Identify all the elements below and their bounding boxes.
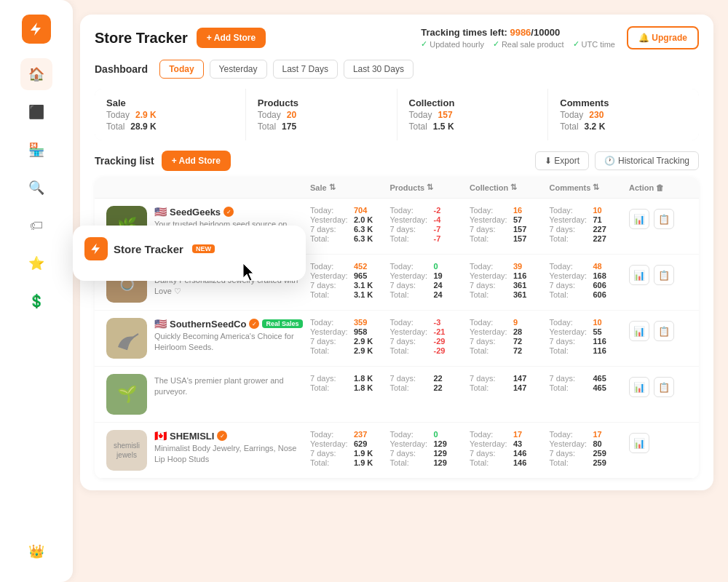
tab-last7days[interactable]: Last 7 Days (273, 60, 338, 79)
stat-collection: Collection Today 157 Total 1.5 K (397, 89, 548, 140)
table-row: shemisli jewels 🇨🇦 SHEMISLI ✓ Minimalist… (95, 423, 699, 479)
store-desc: Quickly Becoming America's Choice for He… (154, 331, 300, 354)
th-collection: Collection ⇅ (470, 183, 550, 192)
stat-collection-total: Total 1.5 K (409, 121, 537, 132)
store-details: The USA's premier plant grower and purve… (154, 374, 310, 398)
store-name-row: 🇺🇸 SouthernSeedCo ✓ Real Sales (154, 318, 310, 330)
chart-button[interactable]: 📊 (629, 321, 649, 341)
tracker-right: Tracking times left: 9986/10000 ✓ Update… (421, 26, 699, 49)
dashboard-label: Dashboard (95, 63, 148, 75)
tracking-list-header: Tracking list + Add Store ⬇ Export 🕐 His… (95, 151, 699, 171)
sort-icon: ⇅ (329, 183, 336, 192)
store-name: SouthernSeedCo (170, 319, 246, 330)
th-store (106, 183, 310, 192)
sidebar-item-tag[interactable]: 🏷 (20, 210, 52, 242)
store-info-plant: 🌱 The USA's premier plant grower and pur… (106, 374, 310, 415)
action-col: 📊 📋 (629, 318, 687, 341)
collection-col: 7 days:147 Total:147 (470, 374, 550, 392)
tracking-sub: ✓ Updated hourly ✓ Real sale product ✓ U… (421, 39, 615, 49)
sale-col: Today:452 Yesterday:965 7 days:3.1 K Tot… (310, 262, 390, 299)
tracking-info: Tracking times left: 9986/10000 ✓ Update… (421, 27, 615, 49)
tab-last30days[interactable]: Last 30 Days (344, 60, 414, 79)
table-header: Sale ⇅ Products ⇅ Collection ⇅ Comments … (95, 177, 699, 199)
table-row: 🌱 The USA's premier plant grower and pur… (95, 367, 699, 423)
store-info-southern: 🇺🇸 SouthernSeedCo ✓ Real Sales Quickly B… (106, 318, 310, 359)
store-desc: The USA's premier plant grower and purve… (154, 375, 300, 398)
verified-badge: ✓ (217, 431, 227, 441)
store-flag: 🇺🇸 (154, 206, 167, 218)
tracking-count: 9986 (510, 27, 531, 38)
th-action: Action 🗑 (629, 183, 687, 192)
collection-col: Today:39 Yesterday:116 7 days:361 Total:… (470, 262, 550, 299)
action-col: 📊 📋 (629, 262, 687, 285)
sale-col: Today:237 Yesterday:629 7 days:1.9 K Tot… (310, 430, 390, 467)
historical-tracking-button[interactable]: 🕐 Historical Tracking (595, 151, 699, 170)
tracking-table: Sale ⇅ Products ⇅ Collection ⇅ Comments … (95, 177, 699, 479)
verified-badge: ✓ (249, 319, 259, 329)
stat-sale: Sale Today 2.9 K Total 28.9 K (95, 89, 245, 140)
chart-button[interactable]: 📊 (629, 265, 649, 285)
sidebar-item-crown[interactable]: 👑 (20, 535, 52, 567)
table-row: 🇺🇸 SouthernSeedCo ✓ Real Sales Quickly B… (95, 311, 699, 367)
popup-card: Store Tracker NEW (73, 226, 306, 281)
title-area: Store Tracker + Add Store (95, 28, 266, 48)
th-sale: Sale ⇅ (310, 183, 390, 192)
stat-sale-today: Today 2.9 K (106, 110, 234, 120)
export-store-button[interactable]: 📋 (654, 209, 674, 229)
th-comments: Comments ⇅ (550, 183, 630, 192)
sidebar-item-dollar[interactable]: 💲 (20, 285, 52, 317)
real-sales-badge: Real Sales (262, 319, 302, 328)
chart-button[interactable]: 📊 (629, 433, 649, 453)
export-store-button[interactable]: 📋 (654, 321, 674, 341)
upgrade-button[interactable]: 🔔 Upgrade (627, 26, 699, 49)
store-thumb: 🌱 (106, 374, 147, 415)
store-details: 🇺🇸 SouthernSeedCo ✓ Real Sales Quickly B… (154, 318, 310, 354)
stat-collection-today: Today 157 (409, 110, 537, 120)
sidebar-item-home[interactable]: 🏠 (20, 58, 52, 90)
export-button[interactable]: ⬇ Export (535, 151, 589, 170)
tracking-sub-hourly: ✓ Updated hourly (421, 39, 484, 49)
comments-col: Today:10 Yesterday:71 7 days:227 Total:2… (550, 206, 630, 243)
sort-icon: ⇅ (427, 183, 433, 192)
products-col: 7 days:22 Total:22 (390, 374, 470, 392)
sort-icon: ⇅ (593, 183, 599, 192)
page-title: Store Tracker (95, 30, 188, 47)
sale-col: 7 days:1.8 K Total:1.8 K (310, 374, 390, 392)
sidebar-item-star[interactable]: ⭐ (20, 247, 52, 279)
stat-comments: Comments Today 230 Total 3.2 K (548, 89, 699, 140)
store-details: 🇨🇦 SHEMISLI ✓ Minimalist Body Jewelry, E… (154, 430, 310, 466)
comments-col: Today:17 Yesterday:80 7 days:259 Total:2… (550, 430, 630, 467)
tab-yesterday[interactable]: Yesterday (210, 60, 267, 79)
add-store-button[interactable]: + Add Store (197, 28, 266, 48)
action-col: 📊 (629, 430, 687, 453)
tracking-times-label: Tracking times left: 9986/10000 (421, 27, 615, 38)
history-icon: 🕐 (604, 156, 615, 166)
store-thumb: shemisli jewels (106, 430, 147, 471)
store-name: SeedGeeks (170, 207, 221, 218)
tl-actions: ⬇ Export 🕐 Historical Tracking (535, 151, 699, 170)
store-info-shemisli: shemisli jewels 🇨🇦 SHEMISLI ✓ Minimalist… (106, 430, 310, 471)
export-store-button[interactable]: 📋 (654, 265, 674, 285)
store-name-row: 🇺🇸 SeedGeeks ✓ (154, 206, 310, 218)
collection-col: Today:17 Yesterday:43 7 days:146 Total:1… (470, 430, 550, 467)
sidebar-item-shop[interactable]: 🏪 (20, 134, 52, 166)
collection-col: Today:9 Yesterday:28 7 days:72 Total:72 (470, 318, 550, 355)
store-thumb (106, 318, 147, 359)
store-desc: Minimalist Body Jewelry, Earrings, Nose … (154, 443, 300, 466)
app-logo (22, 15, 51, 44)
popup-new-badge: NEW (192, 244, 215, 253)
chart-button[interactable]: 📊 (629, 209, 649, 229)
products-col: Today:-3 Yesterday:-21 7 days:-29 Total:… (390, 318, 470, 355)
tracking-add-store-button[interactable]: + Add Store (162, 151, 231, 171)
sidebar-item-archive[interactable]: ⬛ (20, 96, 52, 128)
dashboard-tabs: Dashboard Today Yesterday Last 7 Days La… (95, 60, 699, 79)
tracking-sub-real: ✓ Real sale product (493, 39, 564, 49)
action-col: 📊 📋 (629, 374, 687, 397)
sale-col: Today:359 Yesterday:958 7 days:2.9 K Tot… (310, 318, 390, 355)
tab-today[interactable]: Today (159, 60, 203, 79)
chart-button[interactable]: 📊 (629, 377, 649, 397)
stat-sale-total: Total 28.9 K (106, 121, 234, 132)
collection-col: Today:16 Yesterday:57 7 days:157 Total:1… (470, 206, 550, 243)
export-store-button[interactable]: 📋 (654, 377, 674, 397)
sidebar-item-search[interactable]: 🔍 (20, 172, 52, 204)
